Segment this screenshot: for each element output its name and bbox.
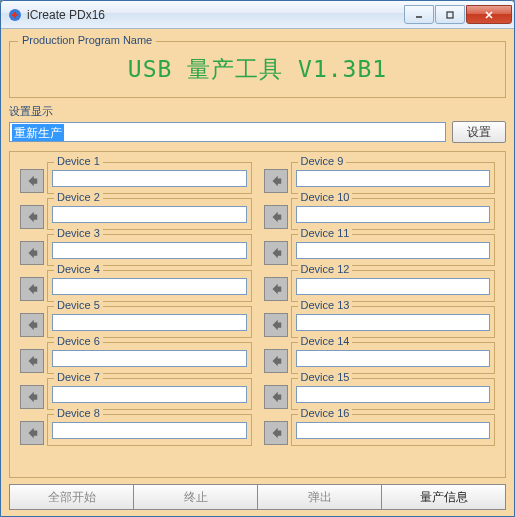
device-status-slot: [52, 314, 247, 331]
program-group-legend: Production Program Name: [18, 34, 156, 46]
device-fieldset: Device 12: [291, 270, 496, 302]
device-status-slot: [296, 350, 491, 367]
device-label: Device 1: [54, 155, 103, 167]
device-label: Device 8: [54, 407, 103, 419]
device-arrow-icon[interactable]: [264, 385, 288, 409]
device-cell: Device 5: [20, 302, 252, 338]
device-arrow-icon[interactable]: [20, 385, 44, 409]
device-fieldset: Device 8: [47, 414, 252, 446]
client-area: Production Program Name USB 量产工具 V1.3B1 …: [1, 29, 514, 516]
window-title: iCreate PDx16: [27, 8, 105, 22]
device-cell: Device 6: [20, 338, 252, 374]
device-label: Device 9: [298, 155, 347, 167]
device-fieldset: Device 9: [291, 162, 496, 194]
device-fieldset: Device 6: [47, 342, 252, 374]
device-arrow-icon[interactable]: [264, 421, 288, 445]
device-arrow-icon[interactable]: [20, 349, 44, 373]
device-status-slot: [52, 278, 247, 295]
device-status-slot: [296, 170, 491, 187]
maximize-button[interactable]: [435, 5, 465, 24]
device-arrow-icon[interactable]: [264, 349, 288, 373]
device-cell: Device 16: [264, 410, 496, 446]
device-arrow-icon[interactable]: [20, 169, 44, 193]
device-cell: Device 8: [20, 410, 252, 446]
close-button[interactable]: [466, 5, 512, 24]
device-label: Device 6: [54, 335, 103, 347]
device-label: Device 3: [54, 227, 103, 239]
device-status-slot: [296, 386, 491, 403]
device-label: Device 11: [298, 227, 353, 239]
device-label: Device 16: [298, 407, 353, 419]
device-label: Device 5: [54, 299, 103, 311]
device-fieldset: Device 16: [291, 414, 496, 446]
app-icon: [7, 7, 23, 23]
device-label: Device 14: [298, 335, 353, 347]
device-status-slot: [296, 314, 491, 331]
device-status-slot: [52, 242, 247, 259]
device-fieldset: Device 11: [291, 234, 496, 266]
device-status-slot: [52, 170, 247, 187]
svg-rect-2: [447, 12, 453, 18]
device-cell: Device 11: [264, 230, 496, 266]
eject-button[interactable]: 弹出: [258, 484, 382, 510]
device-status-slot: [296, 206, 491, 223]
device-arrow-icon[interactable]: [264, 277, 288, 301]
device-fieldset: Device 14: [291, 342, 496, 374]
device-arrow-icon[interactable]: [20, 313, 44, 337]
device-status-slot: [296, 242, 491, 259]
device-cell: Device 9: [264, 158, 496, 194]
window-controls: [404, 5, 514, 24]
devices-group: Device 1Device 9Device 2Device 10Device …: [9, 151, 506, 478]
program-name-text: USB 量产工具 V1.3B1: [18, 50, 497, 91]
production-info-button[interactable]: 量产信息: [382, 484, 506, 510]
device-status-slot: [52, 206, 247, 223]
device-arrow-icon[interactable]: [20, 205, 44, 229]
device-status-slot: [52, 422, 247, 439]
device-fieldset: Device 15: [291, 378, 496, 410]
start-all-button[interactable]: 全部开始: [9, 484, 134, 510]
device-cell: Device 13: [264, 302, 496, 338]
device-cell: Device 12: [264, 266, 496, 302]
settings-input[interactable]: 重新生产: [9, 122, 446, 142]
device-status-slot: [296, 422, 491, 439]
device-fieldset: Device 1: [47, 162, 252, 194]
device-fieldset: Device 3: [47, 234, 252, 266]
bottom-toolbar: 全部开始 终止 弹出 量产信息: [9, 484, 506, 510]
device-label: Device 4: [54, 263, 103, 275]
device-fieldset: Device 5: [47, 306, 252, 338]
device-arrow-icon[interactable]: [20, 241, 44, 265]
device-status-slot: [296, 278, 491, 295]
device-cell: Device 15: [264, 374, 496, 410]
settings-button[interactable]: 设置: [452, 121, 506, 143]
program-name-group: Production Program Name USB 量产工具 V1.3B1: [9, 41, 506, 98]
device-status-slot: [52, 386, 247, 403]
app-window: iCreate PDx16 Production Program Name US…: [0, 0, 515, 517]
settings-section: 设置显示 重新生产 设置: [9, 104, 506, 143]
device-cell: Device 4: [20, 266, 252, 302]
device-arrow-icon[interactable]: [20, 277, 44, 301]
device-cell: Device 1: [20, 158, 252, 194]
device-label: Device 10: [298, 191, 353, 203]
device-status-slot: [52, 350, 247, 367]
device-fieldset: Device 2: [47, 198, 252, 230]
device-label: Device 7: [54, 371, 103, 383]
device-cell: Device 14: [264, 338, 496, 374]
titlebar[interactable]: iCreate PDx16: [1, 1, 514, 29]
device-fieldset: Device 13: [291, 306, 496, 338]
minimize-button[interactable]: [404, 5, 434, 24]
device-label: Device 15: [298, 371, 353, 383]
device-fieldset: Device 7: [47, 378, 252, 410]
device-arrow-icon[interactable]: [264, 169, 288, 193]
device-arrow-icon[interactable]: [20, 421, 44, 445]
device-cell: Device 7: [20, 374, 252, 410]
device-label: Device 13: [298, 299, 353, 311]
settings-label: 设置显示: [9, 104, 506, 119]
stop-button[interactable]: 终止: [134, 484, 258, 510]
device-fieldset: Device 4: [47, 270, 252, 302]
device-arrow-icon[interactable]: [264, 313, 288, 337]
device-label: Device 12: [298, 263, 353, 275]
device-arrow-icon[interactable]: [264, 241, 288, 265]
device-cell: Device 2: [20, 194, 252, 230]
device-arrow-icon[interactable]: [264, 205, 288, 229]
device-label: Device 2: [54, 191, 103, 203]
